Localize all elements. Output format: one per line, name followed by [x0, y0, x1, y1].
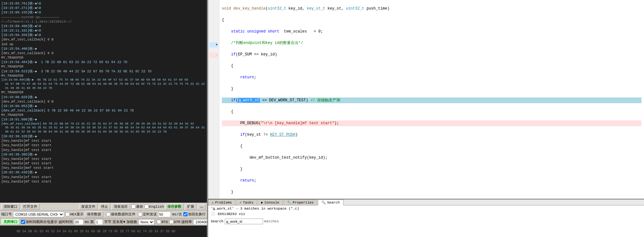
tab-tasks-label: Tasks: [243, 201, 253, 205]
code-line: /*判断endpoint和key id的数量合法*/: [222, 40, 641, 46]
terminal-line: [19:15:07.271]收←◆\0: [1, 6, 206, 10]
send-interval-input[interactable]: 50: [158, 212, 171, 217]
terminal-line: [19:15:09.400]收←◆\0: [1, 24, 206, 28]
terminal-line: [19:15:59.895]收←◆ 86 7B 22 61 75 7A 4B 6…: [1, 78, 206, 82]
hex-display-text: HEX显示: [70, 212, 84, 217]
terminal-line: [19:15:59.400]收←◆: [1, 47, 206, 51]
save-params-button[interactable]: 保存参数: [165, 204, 184, 210]
open-file-button[interactable]: 打开文件: [21, 204, 40, 210]
baud-label: 波特率: [181, 219, 192, 224]
save-data-button[interactable]: 保存数据: [85, 211, 103, 217]
receive-file-label[interactable]: 接收数据到文件: [106, 212, 135, 217]
send-file-button[interactable]: 发送文件: [79, 204, 98, 210]
code-text-area[interactable]: void dev_key_handle(uint32_t key_id, key…: [219, 0, 644, 199]
rts-checkbox[interactable]: [157, 220, 161, 224]
code-line: {: [222, 109, 641, 115]
terminal-line: [19:15:59.523]收←◆ 3 7B 22 50 49 44 22 3A…: [1, 69, 206, 74]
add-newline-checkbox[interactable]: [183, 212, 187, 216]
tab-problems-label: Problems: [215, 201, 232, 205]
tab-properties[interactable]: 🔧 Properties: [283, 199, 317, 205]
terminal-line: [19:15:59.464]收←◆ 1 7B 22 6D 61 63 22 3A…: [1, 60, 206, 64]
tab-problems[interactable]: ⚠ Problems: [208, 199, 235, 205]
terminal-line: MY_TRANSFER: [1, 74, 206, 78]
checksum-select[interactable]: None: [138, 219, 154, 225]
byte-count-unit: 字节: [104, 219, 111, 224]
terminal-line: led op: [1, 42, 206, 47]
terminal-line: [19:16:00.020]收←◆: [1, 95, 206, 99]
toolbar-row-2: 端口号 COM16 USB-SERIAL CH340 HEX显示 保存数据 接收…: [0, 211, 207, 218]
code-line: return;: [222, 75, 641, 80]
code-line: return;: [222, 178, 641, 183]
latest-checkbox[interactable]: [131, 205, 135, 209]
english-checkbox-label[interactable]: English: [144, 205, 164, 209]
code-line: }: [222, 189, 641, 195]
close-button[interactable]: —: [198, 204, 206, 209]
terminal-line: [19:15:56.358]收←◆\0: [1, 33, 206, 37]
search-summary-text: 'g_work_st' - 3 matches in workspace (*.…: [211, 207, 299, 211]
add-newline-text: 加回生换行: [188, 212, 206, 217]
time-stamp-text: 加时间戳和分包显示: [26, 219, 57, 224]
toolbar-row-1: 清除窗口 打开文件 发送文件 停止 清发送区 最前 English 保存参数 扩…: [0, 203, 207, 211]
timeout-input[interactable]: [74, 219, 84, 225]
send-interval-label[interactable]: 定时发送: [138, 212, 157, 217]
dtr-checkbox[interactable]: [169, 220, 173, 224]
timeout-unit: ms: [85, 220, 89, 224]
clear-send-button[interactable]: 清发送区: [112, 204, 130, 210]
terminal-line: /——firmware:v1.1.1,date:20230313——/: [1, 19, 206, 24]
hex-display-checkbox[interactable]: [65, 212, 70, 216]
time-stamp-label[interactable]: 加时间戳和分包显示: [21, 219, 57, 224]
byte-count-input[interactable]: [95, 219, 103, 225]
terminal-line: MY_TRANSFER: [1, 113, 206, 117]
code-editor: ● →: [208, 0, 644, 199]
port-select[interactable]: COM16 USB-SERIAL CH340: [13, 212, 64, 217]
bottom-panel: ⚠ Problems ✓ Tasks ▶ Console 🔧 Propertie…: [208, 199, 644, 237]
latest-checkbox-label[interactable]: 最前: [131, 204, 143, 209]
expand-button[interactable]: 扩展: [185, 204, 196, 210]
code-line: }: [222, 166, 641, 172]
receive-file-checkbox[interactable]: [106, 212, 110, 216]
terminal-line: [19:15:11.101]收←◆\0: [1, 28, 206, 33]
end-label: 至末尾▼: [113, 219, 125, 224]
search-label: Search: [211, 219, 223, 223]
search-file-link[interactable]: ED513BZ63 v11: [218, 212, 245, 216]
disconnect-button[interactable]: 关闭串口: [1, 219, 20, 225]
dtr-text: DTR: [174, 220, 180, 224]
search-input[interactable]: [225, 219, 263, 224]
terminal-line: [key_handle]mf test start: [1, 157, 206, 161]
add-newline-label[interactable]: 加回生换行: [183, 212, 206, 217]
terminal-line: [key_handle]mef test start: [1, 166, 206, 170]
properties-icon: 🔧: [287, 200, 291, 205]
stop-button[interactable]: 停止: [99, 204, 110, 210]
rts-label[interactable]: RTS: [157, 220, 168, 224]
tab-tasks[interactable]: ✓ Tasks: [236, 199, 257, 205]
byte-count-label: 第: [90, 219, 94, 224]
terminal-line: [19:15:09.155]收←◆\0: [1, 10, 206, 15]
tab-console[interactable]: ▶ Console: [258, 199, 283, 205]
terminal-line: 41 57 6B 79 67 4D 53 61 54 76 44 6F 72 4…: [1, 82, 206, 86]
code-content: ● →: [208, 0, 644, 199]
terminal-line: [dev_mf_test_callback] 0 B: [1, 37, 206, 42]
code-line: static unsigned short tem_scales = 0;: [222, 29, 641, 34]
terminal-line: [key_handle]mf test start: [1, 161, 206, 166]
tab-search-label: Search: [327, 201, 340, 205]
serial-terminal-panel: [19:15:05.761]收←◆\0 [19:15:07.271]收←◆\0 …: [0, 0, 207, 237]
tab-search[interactable]: 🔍 Search: [318, 199, 343, 205]
left-toolbar: 清除窗口 打开文件 发送文件 停止 清发送区 最前 English 保存参数 扩…: [0, 203, 207, 237]
warning-icon: ⚠: [212, 200, 214, 205]
terminal-line: 35 35 61 39 34 63 35 61 33 61 34 34 38 3…: [1, 126, 206, 130]
clear-window-button[interactable]: 清除窗口: [1, 204, 20, 210]
dtr-label[interactable]: DTR: [169, 220, 180, 224]
terminal-line: [20:02:30.430]收←◆: [1, 170, 206, 175]
english-checkbox[interactable]: [144, 205, 149, 209]
time-stamp-checkbox[interactable]: [21, 220, 25, 224]
hex-display-label[interactable]: HEX显示: [65, 212, 84, 217]
send-interval-text: 定时发送: [143, 212, 157, 217]
terminal-line: [key_handle]mf test start: [1, 139, 206, 143]
terminal-line: MY_TRANSFER: [1, 55, 206, 60]
terminal-line: [key_handle]mf test start: [1, 148, 206, 152]
tasks-icon: ✓: [239, 200, 242, 205]
hex-input-row: 0D 5A 5B 41 53 45 52 54 3A 61 66 2D 61 6…: [0, 226, 207, 237]
terminal-line: [key_handle]mf test start: [1, 143, 206, 147]
send-interval-checkbox[interactable]: [138, 212, 142, 216]
terminal-line: ——————————system up——————————: [1, 15, 206, 19]
